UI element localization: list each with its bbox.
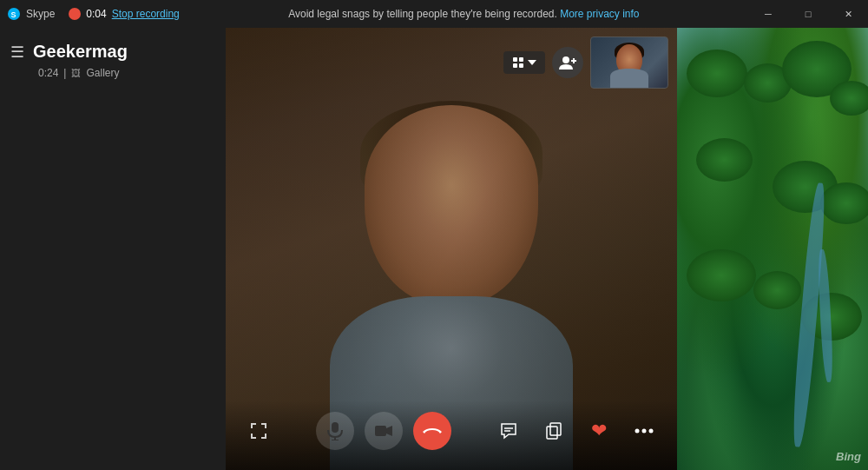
skype-logo-icon: S xyxy=(7,7,21,21)
end-call-icon xyxy=(422,426,443,436)
chat-button[interactable] xyxy=(493,415,524,447)
sidebar-body xyxy=(0,86,226,470)
face-shape xyxy=(365,105,538,305)
video-area: ❤ xyxy=(226,28,677,470)
add-participant-icon xyxy=(559,56,576,70)
sidebar: ☰ Geekermag 0:24 | 🖼 Gallery xyxy=(0,28,226,470)
tree-cluster-5 xyxy=(696,138,753,182)
svg-text:S: S xyxy=(11,10,16,19)
bing-watermark: Bing xyxy=(836,450,861,463)
react-button[interactable]: ❤ xyxy=(583,415,615,447)
window-controls: ─ □ ✕ xyxy=(748,0,868,28)
bottom-center-controls xyxy=(316,412,451,450)
main-content: ☰ Geekermag 0:24 | 🖼 Gallery xyxy=(0,28,868,470)
tree-cluster-1 xyxy=(687,50,747,97)
top-controls xyxy=(503,36,668,89)
svg-rect-3 xyxy=(519,57,523,62)
gallery-icon: 🖼 xyxy=(71,68,81,78)
sidebar-sub: 0:24 | 🖼 Gallery xyxy=(0,65,226,86)
contact-name: Geekermag xyxy=(33,42,128,62)
bottom-right-controls: ❤ xyxy=(493,415,660,447)
maximize-button[interactable]: □ xyxy=(788,0,828,28)
self-preview-video[interactable] xyxy=(590,36,668,89)
sidebar-header: ☰ Geekermag xyxy=(0,28,226,65)
minimize-button[interactable]: ─ xyxy=(748,0,788,28)
stop-recording-button[interactable]: Stop recording xyxy=(112,8,180,20)
svg-point-19 xyxy=(649,429,654,434)
call-duration: 0:24 xyxy=(38,67,58,79)
menu-icon[interactable]: ☰ xyxy=(10,43,24,62)
tree-cluster-7 xyxy=(820,182,868,224)
layout-button[interactable] xyxy=(503,51,545,74)
app-title: Skype xyxy=(26,8,55,20)
recording-indicator: 0:04 Stop recording xyxy=(69,8,179,20)
landscape-image xyxy=(677,28,868,470)
close-button[interactable]: ✕ xyxy=(828,0,868,28)
copy-button[interactable] xyxy=(538,415,569,447)
more-options-button[interactable] xyxy=(628,415,660,447)
expand-icon xyxy=(250,422,267,440)
gallery-label: Gallery xyxy=(86,67,119,79)
svg-point-18 xyxy=(642,429,647,434)
bottom-controls: ❤ xyxy=(226,400,677,470)
svg-point-6 xyxy=(562,56,569,63)
titlebar: S Skype 0:04 Stop recording Avoid legal … xyxy=(0,0,868,28)
svg-rect-2 xyxy=(513,57,517,62)
layout-icon xyxy=(512,56,524,69)
svg-rect-15 xyxy=(550,423,561,435)
privacy-link[interactable]: More privacy info xyxy=(560,8,639,20)
pipe-separator: | xyxy=(63,67,66,79)
mute-button[interactable] xyxy=(316,412,354,450)
background-panel: Bing xyxy=(677,28,868,470)
video-camera-icon xyxy=(374,424,393,438)
titlebar-left: S Skype 0:04 Stop recording xyxy=(0,7,180,21)
svg-rect-9 xyxy=(332,422,339,433)
self-person xyxy=(608,40,651,88)
tree-cluster-9 xyxy=(753,271,801,309)
tree-cluster-4 xyxy=(830,81,868,116)
svg-rect-5 xyxy=(519,63,523,68)
chat-icon xyxy=(500,422,517,440)
add-participant-button[interactable] xyxy=(552,47,583,78)
chevron-down-icon xyxy=(528,60,536,65)
self-shirt xyxy=(610,69,648,88)
svg-rect-4 xyxy=(513,63,517,68)
bottom-left-controls xyxy=(243,415,274,447)
svg-rect-16 xyxy=(547,427,557,439)
expand-button[interactable] xyxy=(243,415,274,447)
video-button[interactable] xyxy=(365,412,403,450)
notification-message: Avoid legal snags by telling people they… xyxy=(288,8,557,20)
more-options-icon xyxy=(635,428,654,434)
svg-point-17 xyxy=(635,429,640,434)
recording-timer: 0:04 xyxy=(86,8,106,20)
end-call-button[interactable] xyxy=(413,412,451,450)
microphone-icon xyxy=(327,421,343,440)
copy-icon xyxy=(545,422,562,440)
notification-bar: Avoid legal snags by telling people they… xyxy=(180,8,748,20)
recording-dot xyxy=(69,8,81,20)
tree-cluster-8 xyxy=(687,249,756,301)
svg-rect-12 xyxy=(375,426,386,436)
